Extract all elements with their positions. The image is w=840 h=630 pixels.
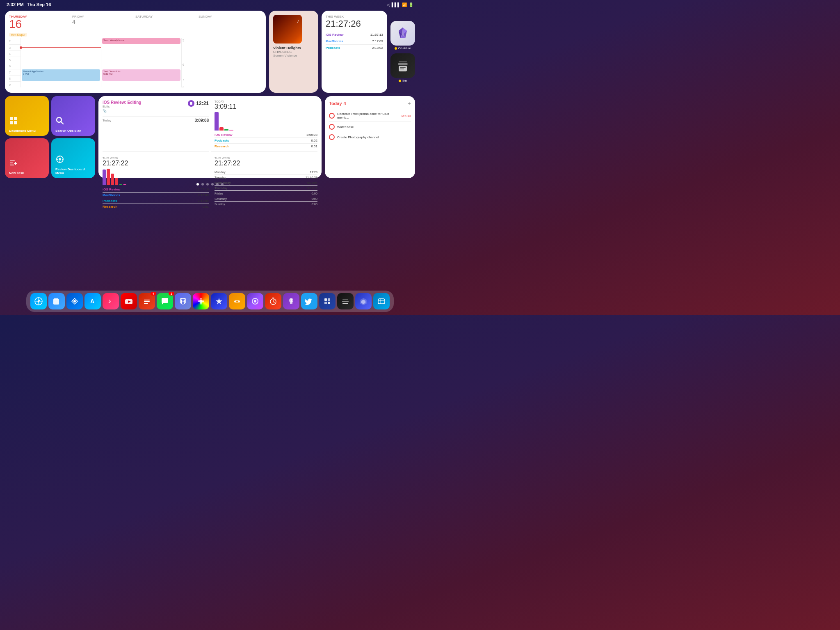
dock-discord-alt[interactable]: [373, 293, 390, 309]
dock-testflight[interactable]: [66, 293, 83, 309]
bar-pink: [229, 130, 233, 131]
messages-badge: 2: [169, 292, 174, 296]
lire-label-row: lire: [399, 79, 407, 82]
timery-week-mac-label: MacStories: [103, 193, 120, 197]
timery-current-panel: iOS Review: Editing Edits 12:21 📎 Today …: [103, 100, 209, 152]
shortcut-newtask-icon: [9, 158, 18, 170]
svg-point-44: [200, 303, 202, 305]
timery-week-label: THIS WEEK: [103, 157, 209, 160]
cal-sunday-header: SUNDAY: [199, 15, 262, 18]
svg-point-49: [236, 301, 238, 302]
bar-ios: [215, 112, 219, 131]
cal-time-3: 3: [9, 44, 21, 50]
timery-today-res-time: 0:01: [311, 144, 317, 148]
reminders-add-btn[interactable]: +: [408, 100, 411, 107]
weekly-friday: Friday 0:00: [215, 191, 317, 196]
dock-twitter[interactable]: [301, 293, 317, 309]
timery-stop-icon: [190, 102, 192, 105]
svg-point-51: [254, 300, 256, 302]
svg-rect-19: [10, 165, 14, 165]
dock-astro[interactable]: [283, 293, 299, 309]
page-dot-5: [221, 183, 224, 186]
dock-craft[interactable]: [355, 293, 372, 309]
obsidian-label-row: Obsidian: [395, 46, 411, 50]
lire-app-icon[interactable]: [390, 53, 415, 78]
shortcut-review-dashboard[interactable]: Review Dashboard Menu: [51, 138, 95, 178]
dock-photos[interactable]: [193, 293, 209, 309]
svg-rect-10: [400, 69, 404, 69]
dock-siri[interactable]: [247, 293, 263, 309]
svg-rect-67: [342, 303, 348, 304]
shortcuts-grid: Dashboard Menu Search Obsidian: [5, 96, 95, 178]
dock-hiddock[interactable]: [229, 293, 245, 309]
dock-youtube[interactable]: [121, 293, 137, 309]
timery-today-ios-time: 3:09:08: [306, 133, 317, 137]
timery-today-ios: iOS Review 3:09:08: [215, 132, 317, 138]
svg-rect-70: [378, 299, 385, 304]
timery-week-pod-time: 2:13:02: [198, 199, 209, 203]
cal-friday-header: FRIDAY: [72, 15, 135, 18]
cal-holiday: Yom Kippur: [9, 33, 27, 37]
weekly-val-sat: 0:00: [311, 197, 317, 201]
weekly-day-sat: Saturday: [215, 197, 227, 201]
dock-nova[interactable]: [211, 293, 227, 309]
timery-today-total: 3:09:08: [195, 118, 209, 123]
svg-point-34: [73, 300, 76, 302]
svg-rect-21: [14, 163, 17, 164]
dock-appstore[interactable]: A: [84, 293, 101, 309]
timery-week-mac-time: 7:17:09: [198, 193, 209, 197]
dock-safari[interactable]: [30, 293, 47, 309]
svg-text:♪: ♪: [108, 298, 111, 305]
weekly-val-mon: 17:28: [310, 170, 317, 174]
timery-weekdays-time: 21:27:22: [215, 160, 317, 167]
timery-today-time: 3:09:11: [215, 103, 317, 110]
timery-stop-btn[interactable]: [188, 100, 194, 107]
obsidian-app-item[interactable]: Obsidian: [390, 21, 415, 50]
dock-messages[interactable]: 2: [157, 293, 173, 309]
svg-point-60: [292, 300, 293, 301]
obsidian-app-icon[interactable]: [390, 21, 415, 46]
timer-cat-pod: Podcasts: [326, 46, 340, 50]
timer-row-mac: MacStories 7:17:09: [326, 38, 383, 45]
shortcut-search-obsidian[interactable]: Search Obsidian: [51, 96, 95, 136]
svg-point-59: [290, 300, 291, 301]
bar-w-tue: [107, 169, 110, 185]
svg-rect-18: [10, 163, 13, 163]
timery-week-right-panel: THIS WEEK 21:27:22 Monday 17:28 Tuesday …: [211, 154, 317, 209]
dock-scrobbles[interactable]: [319, 293, 336, 309]
svg-rect-13: [10, 121, 13, 124]
timery-week-time: 21:27:22: [103, 160, 209, 167]
dock-lire[interactable]: [337, 293, 354, 309]
dock-todoist[interactable]: 4: [139, 293, 155, 309]
dock-music[interactable]: ♪: [103, 293, 119, 309]
shortcut-search-label: Search Obsidian: [55, 129, 81, 133]
cal-time-9: 9: [9, 81, 21, 87]
svg-rect-7: [398, 63, 408, 65]
shortcut-new-task[interactable]: New Task: [5, 138, 49, 178]
music-note-icon: ♪: [297, 17, 299, 24]
reminder-circle-1: [329, 124, 335, 130]
page-dot-0: [196, 183, 199, 186]
dock-discord[interactable]: [175, 293, 191, 309]
obsidian-label: Obsidian: [398, 46, 411, 50]
calendar-widget: THURSDAY 16 Yom Kippur FRIDAY 4 SATURDAY…: [5, 11, 266, 93]
svg-point-45: [198, 300, 199, 302]
main-content: THURSDAY 16 Yom Kippur FRIDAY 4 SATURDAY…: [0, 9, 420, 187]
dock-timer[interactable]: [265, 293, 281, 309]
svg-rect-61: [324, 298, 327, 301]
music-title: Violent Delights: [273, 46, 314, 50]
top-row: THURSDAY 16 Yom Kippur FRIDAY 4 SATURDAY…: [5, 11, 415, 93]
reminder-text-0: Recreate Pixel promo code for Club memb.…: [337, 112, 401, 119]
shortcut-newtask-label: New Task: [9, 171, 24, 175]
cal-time-5: 5: [9, 57, 21, 63]
lire-app-item[interactable]: lire: [390, 53, 415, 82]
svg-rect-63: [324, 302, 327, 304]
status-date: Thu Sep 16: [27, 2, 51, 7]
svg-point-23: [59, 158, 61, 160]
cal-thursday-col: Record AppStories7 PM: [21, 38, 101, 87]
dock-files[interactable]: [48, 293, 65, 309]
page-dots: [5, 183, 415, 186]
shortcut-dashboard-label: Dashboard Menu: [9, 129, 36, 133]
shortcut-dashboard-menu[interactable]: Dashboard Menu: [5, 96, 49, 136]
lire-label: lire: [402, 79, 407, 82]
